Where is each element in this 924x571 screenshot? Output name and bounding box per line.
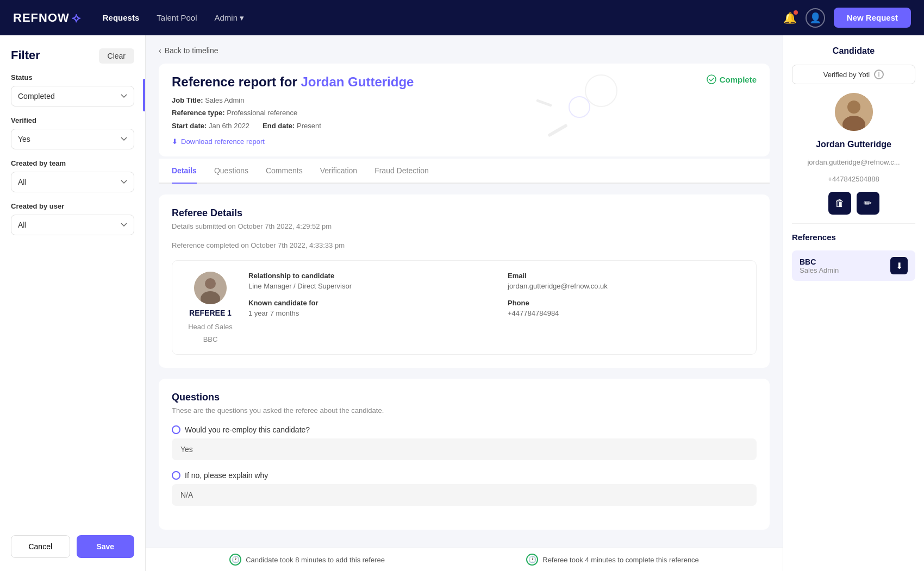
questions-subtitle: These are the questions you asked the re… <box>172 406 757 415</box>
candidate-phone: +447842504888 <box>792 175 915 183</box>
clock-icon-candidate: 🕐 <box>229 554 241 566</box>
divider <box>792 223 915 224</box>
checkmark-icon <box>707 74 716 84</box>
navbar: REFNOW ⟡ Requests Talent Pool Admin ▾ 🔔 … <box>0 0 924 35</box>
svg-point-2 <box>205 278 216 289</box>
save-button[interactable]: Save <box>77 535 135 558</box>
completed-meta: Reference completed on October 7th 2022,… <box>172 241 757 249</box>
svg-point-0 <box>707 75 716 84</box>
notification-dot <box>794 10 798 15</box>
team-filter-label: Created by team <box>11 159 134 167</box>
delete-button[interactable]: 🗑 <box>828 192 851 215</box>
notification-icon[interactable]: 🔔 <box>783 11 797 24</box>
status-filter-label: Status <box>11 73 134 81</box>
tab-verification[interactable]: Verification <box>320 159 357 183</box>
report-meta: Job Title: Sales Admin Reference type: P… <box>172 94 757 132</box>
ref-item-info: BBC Sales Admin <box>800 258 839 274</box>
status-filter-select[interactable]: Completed All Pending In Progress <box>11 86 134 106</box>
navbar-right: 🔔 👤 New Request <box>783 8 911 28</box>
sidebar: Filter Clear Status Completed All Pendin… <box>0 35 146 571</box>
referee-details-title: Referee Details <box>172 208 757 219</box>
question-label-1: If no, please explain why <box>172 471 757 480</box>
nav-item-talent-pool[interactable]: Talent Pool <box>157 11 197 25</box>
download-icon: ⬇ <box>172 137 178 146</box>
svg-point-5 <box>847 101 860 114</box>
question-answer-1: N/A <box>172 484 757 506</box>
referee-details-section: Referee Details Details submitted on Oct… <box>159 194 770 368</box>
user-filter-label: Created by user <box>11 202 134 210</box>
question-item-1: If no, please explain why N/A <box>172 471 757 506</box>
verified-filter-label: Verified <box>11 116 134 124</box>
tab-fraud-detection[interactable]: Fraud Detection <box>374 159 429 183</box>
user-filter-select[interactable]: All <box>11 215 134 235</box>
referee-fields: Relationship to candidate Line Manager /… <box>248 272 745 317</box>
edit-button[interactable]: ✏ <box>857 192 879 215</box>
user-avatar-icon[interactable]: 👤 <box>806 8 825 28</box>
back-to-timeline-link[interactable]: ‹ Back to timeline <box>159 46 770 55</box>
candidate-name: Jordan Gutteridge <box>792 140 915 149</box>
navbar-nav: Requests Talent Pool Admin ▾ <box>103 11 761 25</box>
question-item-0: Would you re-employ this candidate? Yes <box>172 425 757 460</box>
referee-role: Head of Sales <box>188 323 233 331</box>
action-buttons: 🗑 ✏ <box>792 192 915 215</box>
referee-org: BBC <box>203 335 218 343</box>
info-icon[interactable]: i <box>874 70 884 79</box>
candidate-avatar-image <box>835 93 873 131</box>
ref-company: BBC <box>800 258 839 266</box>
questions-title: Questions <box>172 392 757 403</box>
chevron-down-icon: ▾ <box>240 13 244 23</box>
active-filter-indicator <box>143 79 145 111</box>
email-field: Email jordan.gutteridge@refnow.co.uk <box>508 272 745 290</box>
cancel-button[interactable]: Cancel <box>11 535 70 558</box>
complete-badge: Complete <box>707 74 757 84</box>
right-panel: Candidate Verified by Yoti i Jordan Gutt… <box>783 35 924 571</box>
main-content: ‹ Back to timeline Complete Reference re… <box>146 35 783 571</box>
logo: REFNOW ⟡ <box>13 10 81 26</box>
candidate-email: jordan.gutteridge@refnow.c... <box>792 158 915 166</box>
download-reference-link[interactable]: ⬇ Download reference report <box>172 137 757 146</box>
question-answer-0: Yes <box>172 438 757 460</box>
questions-section: Questions These are the questions you as… <box>159 379 770 530</box>
team-filter-select[interactable]: All <box>11 172 134 192</box>
referee-card: REFEREE 1 Head of Sales BBC Relationship… <box>172 260 757 355</box>
sidebar-actions: Cancel Save <box>11 535 134 558</box>
tabs: Details Questions Comments Verification … <box>159 159 770 184</box>
references-title: References <box>792 233 915 242</box>
logo-text: REFNOW <box>13 11 70 25</box>
referee-label: REFEREE 1 <box>189 309 232 317</box>
report-title: Reference report for Jordan Gutteridge <box>172 74 757 90</box>
panel-title: Candidate <box>792 46 915 56</box>
referee-time-status: 🕐 Referee took 4 minutes to complete thi… <box>526 554 699 566</box>
tab-comments[interactable]: Comments <box>266 159 303 183</box>
clear-button[interactable]: Clear <box>99 48 134 64</box>
tab-questions[interactable]: Questions <box>214 159 248 183</box>
tab-details[interactable]: Details <box>172 159 197 183</box>
question-circle-icon <box>172 425 180 434</box>
question-circle-icon-1 <box>172 471 180 480</box>
ref-role: Sales Admin <box>800 266 839 274</box>
question-label-0: Would you re-employ this candidate? <box>172 425 757 434</box>
candidate-avatar <box>835 93 873 131</box>
known-for-field: Known candidate for 1 year 7 months <box>248 299 486 317</box>
reference-item-0: BBC Sales Admin ⬇ <box>792 250 915 281</box>
candidate-time-status: 🕐 Candidate took 8 minutes to add this r… <box>229 554 385 566</box>
referee-avatar-image <box>194 272 227 304</box>
ref-download-button[interactable]: ⬇ <box>890 257 908 274</box>
logo-icon: ⟡ <box>72 10 81 26</box>
verified-filter-select[interactable]: Yes All No <box>11 129 134 149</box>
status-bar: 🕐 Candidate took 8 minutes to add this r… <box>146 548 783 571</box>
phone-field: Phone +447784784984 <box>508 299 745 317</box>
new-request-button[interactable]: New Request <box>834 8 911 28</box>
clock-icon-referee: 🕐 <box>526 554 538 566</box>
nav-item-admin[interactable]: Admin ▾ <box>215 11 245 25</box>
nav-item-requests[interactable]: Requests <box>103 11 140 25</box>
verified-badge: Verified by Yoti i <box>792 65 915 84</box>
report-header: Complete Reference report for Jordan Gut… <box>159 64 770 156</box>
submitted-meta: Details submitted on October 7th 2022, 4… <box>172 222 757 230</box>
referee-avatar <box>194 272 227 304</box>
back-chevron-icon: ‹ <box>159 46 161 55</box>
relationship-field: Relationship to candidate Line Manager /… <box>248 272 486 290</box>
main-layout: Filter Clear Status Completed All Pendin… <box>0 35 924 571</box>
